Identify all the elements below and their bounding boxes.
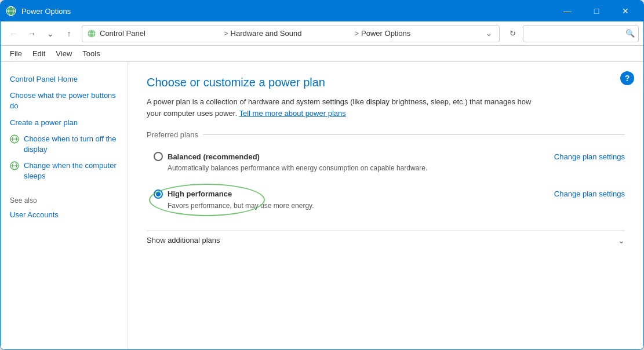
sidebar-label-sleep: Change when the computer sleeps	[24, 161, 118, 181]
plan-balanced-header: Balanced (recommended) Change plan setti…	[154, 152, 625, 161]
sidebar-item-control-panel-home[interactable]: Control Panel Home	[1, 71, 128, 88]
radio-inner-dot	[156, 192, 161, 196]
plan-high-perf-name: High performance	[168, 189, 232, 198]
path-part1: Control Panel	[100, 29, 221, 38]
highlight-circle	[149, 184, 265, 216]
change-plan-high-perf-link[interactable]: Change plan settings	[554, 189, 625, 198]
search-icon: 🔍	[625, 29, 635, 38]
main-window: Power Options — □ ✕ ← → ⌄ ↑ Control Pane…	[0, 0, 644, 350]
content-area: Control Panel Home Choose what the power…	[1, 62, 643, 349]
sidebar-item-turn-off-display[interactable]: Choose when to turn off the display	[1, 131, 128, 158]
see-also-label: See also	[1, 185, 128, 207]
path-dropdown-icon: ⌄	[483, 28, 494, 39]
plan-high-perf-header: High performance Change plan settings	[154, 189, 625, 199]
forward-button[interactable]: →	[24, 25, 40, 42]
close-button[interactable]: ✕	[612, 1, 639, 21]
plan-balanced-name-row: Balanced (recommended)	[154, 152, 260, 161]
show-additional-plans[interactable]: Show additional plans ⌄	[147, 231, 625, 245]
page-description: A power plan is a collection of hardware…	[147, 96, 541, 119]
sidebar-item-create-power-plan[interactable]: Create a power plan	[1, 115, 128, 131]
menu-tools[interactable]: Tools	[78, 47, 104, 60]
preferred-plans-label: Preferred plans	[147, 130, 203, 139]
plan-balanced-desc: Automatically balances performance with …	[168, 163, 625, 173]
show-additional-label: Show additional plans	[147, 236, 618, 245]
address-bar: ← → ⌄ ↑ Control Panel > Hardware and Sou…	[1, 21, 643, 46]
window-title: Power Options	[21, 7, 554, 16]
menu-view[interactable]: View	[51, 47, 77, 60]
tell-more-link[interactable]: Tell me more about power plans	[239, 109, 345, 118]
page-title: Choose or customize a power plan	[147, 76, 625, 89]
back-button[interactable]: ←	[5, 25, 21, 42]
plan-item-high-performance: High performance Change plan settings Fa…	[147, 179, 625, 221]
plan-high-perf-name-row: High performance	[154, 189, 232, 199]
menu-bar: File Edit View Tools	[1, 46, 643, 62]
preferred-plans-header: Preferred plans	[147, 130, 625, 139]
plan-high-perf-desc: Favors performance, but may use more ene…	[168, 201, 625, 211]
path-part3: Power Options	[361, 29, 483, 38]
sidebar-label-turn-off: Choose when to turn off the display	[24, 134, 118, 155]
radio-balanced[interactable]	[154, 152, 163, 161]
plan-balanced-name: Balanced (recommended)	[168, 152, 260, 161]
section-divider	[203, 134, 625, 135]
search-box: 🔍	[523, 25, 639, 42]
show-additional-chevron-icon: ⌄	[618, 236, 625, 245]
up-button[interactable]: ↑	[61, 25, 77, 42]
sidebar-item-change-sleep[interactable]: Change when the computer sleeps	[1, 158, 128, 184]
search-input[interactable]	[528, 29, 625, 38]
menu-file[interactable]: File	[5, 47, 27, 60]
address-path[interactable]: Control Panel > Hardware and Sound > Pow…	[82, 25, 500, 42]
help-button[interactable]: ?	[620, 71, 634, 85]
plan-item-balanced: Balanced (recommended) Change plan setti…	[147, 146, 625, 179]
refresh-button[interactable]: ↻	[504, 25, 521, 42]
window-icon	[5, 5, 17, 17]
change-plan-balanced-link[interactable]: Change plan settings	[554, 152, 625, 161]
dropdown-button[interactable]: ⌄	[42, 25, 59, 42]
title-bar: Power Options — □ ✕	[1, 1, 643, 21]
maximize-button[interactable]: □	[583, 1, 610, 21]
menu-edit[interactable]: Edit	[28, 47, 50, 60]
globe-icon-display	[10, 134, 19, 144]
sidebar: Control Panel Home Choose what the power…	[1, 62, 128, 349]
radio-high-performance[interactable]	[154, 189, 163, 199]
path-part2: Hardware and Sound	[231, 29, 352, 38]
sidebar-item-power-buttons[interactable]: Choose what the power buttons do	[1, 88, 128, 114]
window-controls: — □ ✕	[554, 1, 639, 21]
sidebar-item-user-accounts[interactable]: User Accounts	[1, 207, 128, 223]
high-perf-container: High performance Change plan settings Fa…	[154, 185, 625, 216]
main-content: ? Choose or customize a power plan A pow…	[128, 62, 643, 349]
globe-icon-sleep	[10, 161, 19, 170]
minimize-button[interactable]: —	[554, 1, 581, 21]
